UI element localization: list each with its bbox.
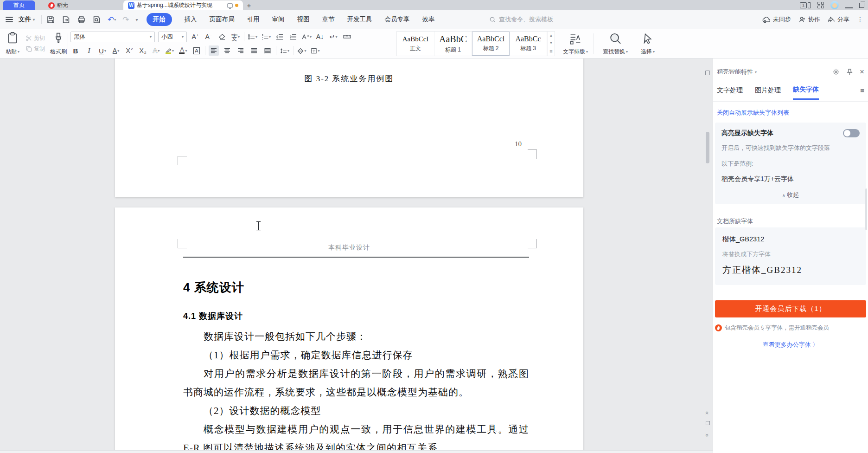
char-shading-button[interactable]: A▾ [111, 45, 121, 56]
show-paragraph-marks-button[interactable]: ↵▾ [328, 32, 338, 42]
menu-item-view[interactable]: 视图 [297, 15, 310, 24]
redo-button[interactable]: ↷ [122, 15, 129, 25]
more-office-fonts-link[interactable]: 查看更多办公字体 〉 [763, 341, 819, 348]
align-center-button[interactable] [222, 45, 232, 56]
collapse-button[interactable]: ∧ 收起 [721, 191, 860, 199]
styles-more-icon[interactable]: ≡ [549, 48, 552, 54]
superscript-button[interactable]: X2 [124, 45, 134, 56]
document-page-2[interactable]: 本科毕业设计 4 系统设计 4.1 数据库设计 数据库设计一般包括如下几个步骤：… [115, 207, 583, 453]
underline-button[interactable]: U▾ [97, 45, 108, 56]
styles-scroll-down-icon[interactable]: ▼ [549, 41, 553, 45]
panel-tab-text-processing[interactable]: 文字处理 [717, 86, 743, 99]
share-button[interactable]: 分享 [828, 15, 849, 24]
bullet-list-button[interactable]: ▾ [248, 32, 258, 42]
print-preview-button[interactable] [92, 15, 101, 24]
collaborate-button[interactable]: 协作 [798, 15, 820, 24]
char-scale-button[interactable]: ▾ [301, 32, 312, 42]
tab-docer[interactable]: 稻壳 [44, 0, 95, 10]
subscript-button[interactable]: X2 [138, 45, 148, 56]
style-heading2[interactable]: AaBbCcl 标题 2 [472, 32, 510, 56]
apps-grid-icon[interactable] [817, 2, 824, 8]
menu-item-efficiency[interactable]: 效率 [422, 15, 435, 24]
document-scrollbar[interactable]: « » [704, 58, 711, 453]
next-page-button[interactable]: » [704, 431, 711, 439]
increase-font-button[interactable]: A+ [190, 32, 200, 42]
panel-tab-image-processing[interactable]: 图片处理 [755, 86, 781, 99]
style-heading3[interactable]: AaBbCc 标题 3 [510, 32, 547, 56]
font-color-button[interactable]: A▾ [178, 45, 188, 56]
tab-document[interactable]: W 基于spring...城系统设计与实现 [123, 0, 243, 10]
copy-button[interactable]: 复制 [26, 45, 45, 53]
highlight-color-button[interactable]: ▾ [165, 45, 175, 56]
previous-page-button[interactable]: « [704, 408, 711, 417]
distribute-button[interactable] [262, 45, 273, 56]
command-search-input[interactable]: 查找命令、搜索模板 [489, 15, 553, 24]
highlight-toggle-off[interactable] [843, 129, 860, 137]
menu-item-member[interactable]: 会员专享 [385, 15, 410, 24]
panel-pin-icon[interactable] [846, 68, 853, 76]
panel-title-dropdown[interactable]: 稻壳智能特性 ▾ [717, 68, 757, 76]
text-effects-button[interactable]: A▾ [151, 45, 161, 56]
tab-ruler-button[interactable] [342, 32, 352, 42]
collapse-ribbon-icon[interactable]: ▾ [136, 17, 138, 22]
save-button[interactable] [46, 15, 55, 24]
clear-format-button[interactable] [217, 32, 227, 42]
sort-button[interactable]: A↓ [315, 32, 325, 42]
font-size-select[interactable]: 小四▾ [158, 32, 187, 42]
menu-item-page-layout[interactable]: 页面布局 [210, 15, 235, 24]
char-border-button[interactable]: A [191, 45, 202, 56]
minimize-button[interactable] [845, 2, 853, 8]
styles-scroll-up-icon[interactable]: ▲ [549, 33, 553, 38]
font-name-select[interactable]: 黑体▾ [70, 32, 155, 42]
more-options-icon[interactable]: ⋮ [857, 16, 863, 23]
missing-font-card[interactable]: 楷体_GB2312 将替换成下方字体 方正楷体_GB2312 [715, 227, 866, 285]
close-auto-show-link[interactable]: 关闭自动展示缺失字体列表 [717, 109, 789, 117]
menu-item-section[interactable]: 章节 [322, 15, 335, 24]
format-painter-button[interactable]: 格式刷 [48, 31, 69, 57]
shading-button[interactable]: ▾ [297, 45, 307, 56]
document-canvas[interactable]: 图 3-2 系统业务用例图 10 本科毕业设计 4 系统设计 4.1 数据库设计… [0, 58, 713, 453]
download-after-membership-button[interactable]: 开通会员后下载（1） [715, 300, 866, 317]
cut-button[interactable]: 剪切 [26, 34, 45, 42]
numbered-list-button[interactable]: ▾ [261, 32, 271, 42]
bold-button[interactable]: B [70, 45, 81, 56]
decrease-font-button[interactable]: A− [204, 32, 214, 42]
window-count-icon[interactable]: 1 [800, 2, 811, 8]
print-button[interactable] [77, 15, 86, 24]
tab-home[interactable]: 首页 [3, 0, 35, 10]
panel-scrollbar-thumb[interactable] [865, 188, 867, 230]
borders-button[interactable]: ▾ [310, 45, 320, 56]
export-button[interactable] [62, 15, 70, 24]
decrease-indent-button[interactable] [274, 32, 285, 42]
sync-status-button[interactable]: 未同步 [762, 15, 791, 24]
select-button[interactable]: 选择▾ [634, 31, 661, 57]
menu-item-dev-tools[interactable]: 开发工具 [347, 15, 372, 24]
paste-button[interactable]: 粘贴▾ [2, 31, 23, 57]
panel-settings-gear-icon[interactable] [832, 68, 840, 76]
panel-close-icon[interactable]: × [860, 69, 864, 75]
user-avatar[interactable] [830, 1, 839, 9]
justify-button[interactable] [249, 45, 259, 56]
main-menu-icon[interactable] [6, 17, 13, 22]
menu-item-reference[interactable]: 引用 [247, 15, 260, 24]
italic-button[interactable]: I [84, 45, 94, 56]
style-normal[interactable]: AaBbCcI 正文 [397, 32, 434, 56]
file-menu-button[interactable]: 文件 ▾ [17, 15, 37, 24]
align-right-button[interactable] [236, 45, 246, 56]
line-spacing-button[interactable]: ▾ [280, 45, 290, 56]
browse-object-button[interactable] [704, 419, 711, 427]
pinyin-guide-button[interactable]: wén 文 ▾ [230, 32, 241, 42]
new-tab-button[interactable]: + [243, 0, 255, 10]
text-layout-button[interactable]: 文字排版▾ [557, 31, 594, 57]
scrollbar-thumb[interactable] [706, 132, 709, 163]
undo-button[interactable]: ↶▾ [108, 15, 116, 25]
menu-item-insert[interactable]: 插入 [185, 15, 197, 24]
menu-item-review[interactable]: 审阅 [272, 15, 285, 24]
menu-item-home[interactable]: 开始 [147, 13, 172, 26]
align-left-button[interactable] [209, 45, 219, 56]
ruler-toggle-icon[interactable] [705, 71, 710, 75]
restore-button[interactable] [859, 3, 864, 8]
panel-tab-missing-fonts[interactable]: 缺失字体 [793, 85, 819, 100]
increase-indent-button[interactable] [288, 32, 298, 42]
find-replace-button[interactable]: 查找替换▾ [597, 31, 633, 57]
